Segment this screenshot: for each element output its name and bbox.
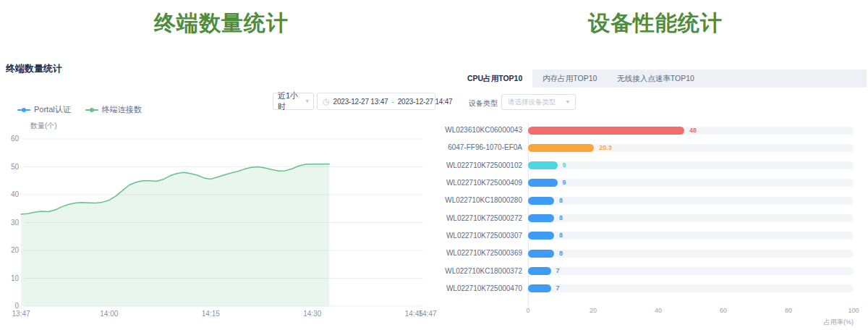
y-tick-label: 50 xyxy=(11,163,20,171)
date-range-separator: - xyxy=(391,98,393,106)
bar-value-label: 9 xyxy=(563,161,566,169)
bar xyxy=(528,144,594,152)
bar-x-tick-label: 0 xyxy=(517,307,539,314)
x-tick-label: 14:45 xyxy=(405,310,423,318)
legend-marker-icon xyxy=(17,107,30,113)
legend-label: 终端连接数 xyxy=(102,104,142,115)
y-tick-label: 60 xyxy=(11,135,20,143)
bar-value-label: 20.3 xyxy=(599,144,612,152)
left-section-heading: 终端数量统计 xyxy=(0,9,443,38)
y-tick-label: 20 xyxy=(11,246,20,254)
bar-category-label: WL022710KC18000280 xyxy=(443,196,522,205)
x-tick-label: 14:15 xyxy=(202,310,220,318)
time-range-select[interactable]: 近1小时 ▾ xyxy=(273,93,314,110)
bar-track xyxy=(528,284,854,292)
bar-value-label: 48 xyxy=(689,127,697,135)
bar xyxy=(528,267,551,275)
bar xyxy=(528,250,554,258)
bar-category-label: WL022710KC18000372 xyxy=(443,267,522,276)
left-panel-title: 终端数量统计 xyxy=(6,62,62,75)
bar-track xyxy=(528,197,854,205)
bar xyxy=(528,197,554,205)
x-tick-label: 14:47 xyxy=(418,310,436,318)
y-tick-label: 10 xyxy=(11,274,20,282)
legend-marker-icon xyxy=(85,107,98,113)
series-line xyxy=(21,164,329,214)
legend-label: Portal认证 xyxy=(34,104,71,115)
legend-item[interactable]: Portal认证 xyxy=(17,104,71,115)
bar-category-label: WL022710K725000272 xyxy=(443,214,522,223)
date-range-start: 2023-12-27 13:47 xyxy=(333,98,388,106)
bar-category-label: WL022710K725000307 xyxy=(443,232,522,240)
clock-icon: ◷ xyxy=(323,98,330,106)
bar-track xyxy=(528,144,854,152)
bar-category-label: WL022710K725000369 xyxy=(443,249,522,258)
bar-value-label: 7 xyxy=(556,267,560,275)
bar-x-tick-label: 20 xyxy=(582,307,604,314)
y-tick-label: 30 xyxy=(11,219,20,227)
date-range-picker[interactable]: ◷ 2023-12-27 13:47 - 2023-12-27 14:47 xyxy=(317,93,435,110)
terminal-area-chart: 010203040506013:4714:0014:1514:3014:4514… xyxy=(0,0,443,330)
bar-value-label: 8 xyxy=(559,214,563,222)
y-tick-label: 40 xyxy=(11,190,20,198)
bar-track xyxy=(528,179,854,187)
area-fill xyxy=(21,164,329,306)
bar-category-label: WL022710K725000470 xyxy=(443,284,522,293)
bar-value-label: 9 xyxy=(563,179,566,187)
bar xyxy=(528,232,554,240)
bar-x-tick-label: 40 xyxy=(647,307,669,314)
y-tick-label: 0 xyxy=(14,302,19,310)
cpu-top10-bar-chart: 占用率(%) WL023610KC06000043486047-FF96-107… xyxy=(443,0,868,330)
legend-item[interactable]: 终端连接数 xyxy=(85,104,142,115)
bar xyxy=(528,284,551,292)
time-range-select-value: 近1小时 xyxy=(278,90,305,112)
bar xyxy=(528,214,554,222)
x-tick-label: 13:47 xyxy=(12,310,30,318)
bar-value-label: 8 xyxy=(559,232,563,240)
bar xyxy=(528,127,684,135)
bar-value-label: 8 xyxy=(559,197,563,205)
x-tick-label: 14:00 xyxy=(100,310,118,318)
bar-x-tick-label: 80 xyxy=(778,307,799,314)
bar-track xyxy=(528,214,854,222)
bar-x-tick-label: 100 xyxy=(843,307,864,314)
chart-legend: Portal认证终端连接数 xyxy=(17,104,142,115)
device-performance-section: 设备性能统计 CPU占用TOP10内存占用TOP10无线接入点速率TOP10 设… xyxy=(443,0,868,330)
bar-category-label: 6047-FF96-1070-EF0A xyxy=(443,143,522,152)
bar-track xyxy=(528,250,854,258)
terminal-stats-section: 终端数量统计 终端数量统计 近1小时 ▾ ◷ 2023-12-27 13:47 … xyxy=(0,0,443,330)
bar-category-label: WL023610KC06000043 xyxy=(443,126,522,135)
bar-category-label: WL022710K725000409 xyxy=(443,179,522,187)
x-tick-label: 14:30 xyxy=(303,310,321,318)
bar-category-label: WL022710K725000102 xyxy=(443,161,522,170)
bar-chart-x-axis-name: 占用率(%) xyxy=(803,318,854,327)
bar xyxy=(528,161,558,169)
bar-track xyxy=(528,232,854,240)
bar-track xyxy=(528,267,854,275)
y-axis-name: 数量(个) xyxy=(30,121,57,131)
bar-track xyxy=(528,161,854,169)
bar-value-label: 8 xyxy=(559,250,563,258)
bar xyxy=(528,179,558,187)
bar-value-label: 7 xyxy=(556,284,560,292)
bar-x-tick-label: 60 xyxy=(712,307,734,314)
chevron-down-icon: ▾ xyxy=(305,98,309,104)
